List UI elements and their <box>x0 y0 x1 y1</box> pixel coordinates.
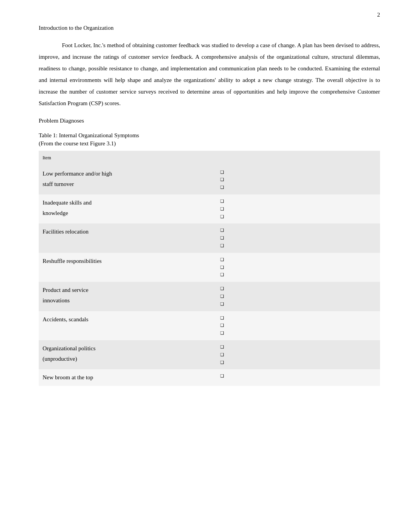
table-caption: Table 1: Internal Organizational Symptom… <box>39 132 380 139</box>
bullet-1: ❑ <box>220 285 376 293</box>
bullet-1: ❑ <box>220 198 376 205</box>
item-label: Accidents, scandals <box>39 311 216 340</box>
item-label: New broom at the top <box>39 369 216 386</box>
bullet-3: ❑ <box>220 271 376 279</box>
item-bullets: ❑ ❑ ❑ <box>216 253 380 282</box>
item-label: Organizational politics(unproductive) <box>39 340 216 369</box>
item-bullets: ❑ ❑ ❑ <box>216 282 380 311</box>
item-label: Facilities relocation <box>39 223 216 252</box>
page: 2 Introduction to the Organization Foot … <box>0 0 411 532</box>
problem-heading: Problem Diagnoses <box>39 116 380 125</box>
bullet-3: ❑ <box>220 300 376 308</box>
table-note: (From the course text Figure 3.1) <box>39 140 380 147</box>
bullet-1: ❑ <box>220 169 376 176</box>
bullet-2: ❑ <box>220 264 376 271</box>
table-row: Accidents, scandals ❑ ❑ ❑ <box>39 311 380 340</box>
table-row: Product and serviceinnovations ❑ ❑ ❑ <box>39 282 380 311</box>
table-header-cell: Item <box>39 151 380 165</box>
body-paragraph: Foot Locker, Inc.'s method of obtaining … <box>39 39 380 109</box>
bullet-3: ❑ <box>220 213 376 221</box>
table-row: Low performance and/or highstaff turnove… <box>39 165 380 194</box>
bullet-3: ❑ <box>220 242 376 250</box>
bullet-2: ❑ <box>220 293 376 300</box>
bullet-2: ❑ <box>220 176 376 184</box>
item-label: Low performance and/or highstaff turnove… <box>39 165 216 194</box>
bullet-2: ❑ <box>220 205 376 213</box>
item-bullets: ❑ ❑ ❑ <box>216 194 380 223</box>
table-row: Reshuffle responsibilities ❑ ❑ ❑ <box>39 253 380 282</box>
table-row: New broom at the top ❑ <box>39 369 380 386</box>
bullet-1: ❑ <box>220 372 376 380</box>
bullet-3: ❑ <box>220 184 376 191</box>
symptoms-table: Item Low performance and/or highstaff tu… <box>39 151 380 386</box>
item-bullets: ❑ <box>216 369 380 386</box>
page-number: 2 <box>377 12 380 18</box>
bullet-1: ❑ <box>220 314 376 322</box>
bullet-1: ❑ <box>220 256 376 264</box>
table-row: Facilities relocation ❑ ❑ ❑ <box>39 223 380 252</box>
item-bullets: ❑ ❑ ❑ <box>216 340 380 369</box>
bullet-2: ❑ <box>220 234 376 242</box>
item-bullets: ❑ ❑ ❑ <box>216 223 380 252</box>
bullet-3: ❑ <box>220 329 376 337</box>
item-label: Inadequate skills andknowledge <box>39 194 216 223</box>
item-bullets: ❑ ❑ ❑ <box>216 311 380 340</box>
item-bullets: ❑ ❑ ❑ <box>216 165 380 194</box>
bullet-3: ❑ <box>220 359 376 367</box>
bullet-2: ❑ <box>220 322 376 329</box>
introduction-heading: Introduction to the Organization <box>39 23 380 32</box>
bullet-1: ❑ <box>220 343 376 351</box>
table-row: Organizational politics(unproductive) ❑ … <box>39 340 380 369</box>
bullet-1: ❑ <box>220 227 376 234</box>
item-label: Product and serviceinnovations <box>39 282 216 311</box>
item-label: Reshuffle responsibilities <box>39 253 216 282</box>
table-header-row: Item <box>39 151 380 165</box>
table-row: Inadequate skills andknowledge ❑ ❑ ❑ <box>39 194 380 223</box>
bullet-2: ❑ <box>220 351 376 359</box>
